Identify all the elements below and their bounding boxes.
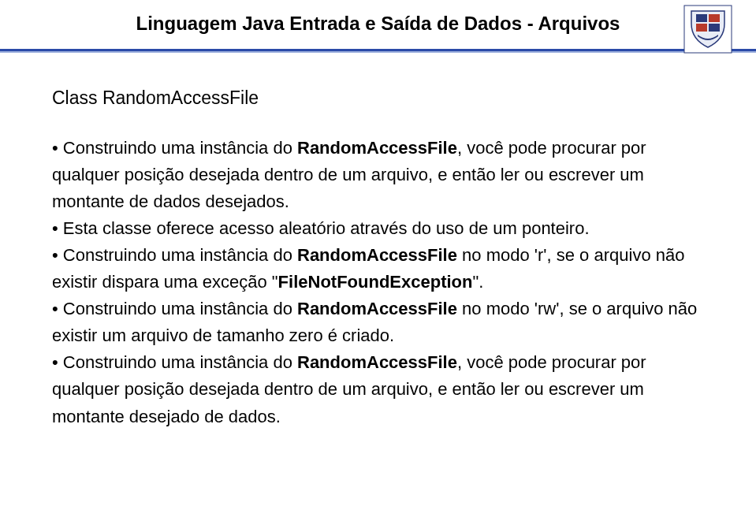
page-title: Linguagem Java Entrada e Saída de Dados … [0,13,756,35]
svg-rect-3 [696,24,707,32]
university-crest-icon [683,5,732,54]
class-name: RandomAccessFile [297,299,457,318]
class-name: RandomAccessFile [297,138,457,158]
class-name: RandomAccessFile [297,245,457,265]
class-name: RandomAccessFile [297,352,457,372]
slide-content: Class RandomAccessFile • Construindo uma… [0,53,756,446]
bullet-text: • Construindo uma instância do [52,245,297,265]
bullet-item: • Esta classe oferece acesso aleatório a… [52,215,704,242]
bullet-item: • Construindo uma instância do RandomAcc… [52,135,704,215]
svg-rect-4 [709,24,720,32]
bullet-text: • Construindo uma instância do [52,299,297,318]
svg-rect-1 [696,14,707,22]
bullet-text: • Construindo uma instância do [52,352,297,372]
bullet-text: • Construindo uma instância do [52,138,297,158]
exception-name: FileNotFoundException [278,272,473,292]
bullet-item: • Construindo uma instância do RandomAcc… [52,349,704,430]
bullet-text: ". [473,272,484,292]
bullet-item: • Construindo uma instância do RandomAcc… [52,296,704,349]
slide-header: Linguagem Java Entrada e Saída de Dados … [0,0,756,35]
svg-rect-2 [709,14,720,22]
section-title: Class RandomAccessFile [52,84,704,113]
bullet-item: • Construindo uma instância do RandomAcc… [52,242,704,296]
